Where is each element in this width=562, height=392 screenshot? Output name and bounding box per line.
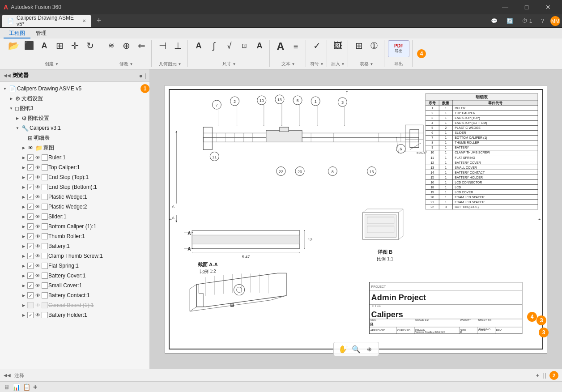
clipboard-icon[interactable]: 📋 (23, 383, 30, 391)
sheet3-item[interactable]: ▼ □ 图纸3 (0, 103, 149, 113)
end-stop-bottom-arrow[interactable]: ▶ (21, 184, 27, 190)
flat-spring-checkbox[interactable] (27, 263, 34, 269)
line-btn[interactable]: ⊣ (155, 40, 170, 51)
ruler-checkbox[interactable] (27, 154, 34, 161)
root-arrow[interactable]: ▼ (2, 85, 8, 92)
bottom-caliper-eye[interactable]: 👁 (34, 223, 41, 230)
clamp-screw-item[interactable]: ▶ 👁 Clamp Thumb Screw:1 (0, 251, 149, 261)
battery-checkbox[interactable] (27, 243, 34, 249)
arrow-btn[interactable]: ⇐ (134, 40, 149, 51)
small-cover-eye[interactable]: 👁 (34, 282, 41, 289)
export-pdf-btn[interactable]: PDF 导出 (388, 40, 409, 57)
thumb-roller-arrow[interactable]: ▶ (21, 233, 27, 239)
ruler-item[interactable]: ▶ 👁 Ruler:1 (0, 153, 149, 162)
collapse-icon[interactable]: ◀◀ (4, 73, 11, 78)
clamp-screw-checkbox[interactable] (27, 253, 34, 259)
battery-holder-item[interactable]: ▶ 👁 Battery Holder:1 (0, 310, 149, 320)
sidebar-content[interactable]: ▼ 📄 Calipers Drawing ASME v5 1 ▶ ⚙ 文档设置 … (0, 82, 149, 369)
box-btn[interactable]: ⊡ (237, 42, 251, 50)
minimize-button[interactable]: — (495, 0, 515, 14)
balloon-btn[interactable]: ① (367, 40, 381, 51)
zoom-fit-btn[interactable]: 🔍 (351, 344, 362, 354)
top-caliper-arrow[interactable]: ▶ (21, 164, 27, 170)
tab-close-button[interactable]: ✕ (82, 18, 86, 23)
help-button[interactable]: ? (538, 17, 547, 25)
slider-eye[interactable]: 👁 (34, 213, 41, 220)
end-stop-bottom-checkbox[interactable] (27, 184, 34, 190)
dim-text-btn[interactable]: A (192, 41, 206, 51)
sidebar-collapse-btn[interactable]: | (145, 72, 146, 79)
battery-holder-arrow[interactable]: ▶ (21, 312, 27, 318)
thumb-roller-item[interactable]: ▶ 👁 Thumb Roller:1 (0, 231, 149, 241)
sheet-settings-arrow[interactable]: ▶ (14, 115, 21, 121)
text-lines-btn[interactable]: ≡ (289, 42, 303, 51)
clamp-screw-eye[interactable]: 👁 (34, 253, 41, 259)
bottom-caliper-item[interactable]: ▶ 👁 Bottom Caliper (1):1 (0, 222, 149, 231)
checkmark2-btn[interactable]: ✓ (310, 40, 324, 51)
bottom-caliper-checkbox[interactable] (27, 223, 34, 230)
notes-input[interactable] (14, 373, 532, 378)
end-stop-bottom-item[interactable]: ▶ 👁 End Stop (Bottom):1 (0, 182, 149, 192)
sheet-btn[interactable]: ⬛ (22, 41, 36, 51)
flat-spring-eye[interactable]: 👁 (34, 263, 41, 269)
bom-item[interactable]: ▶ ⊞ 明细表 (0, 133, 149, 143)
document-tab[interactable]: 📄 Calipers Drawing ASME v5* ✕ (2, 15, 91, 27)
battery-eye[interactable]: 👁 (34, 243, 41, 249)
image-btn[interactable]: 🖼 (331, 40, 345, 51)
notes-add-btn[interactable]: + (536, 372, 540, 379)
maximize-button[interactable]: □ (516, 0, 537, 14)
small-cover-arrow[interactable]: ▶ (21, 282, 27, 289)
bottom-caliper-arrow[interactable]: ▶ (21, 223, 27, 230)
concut-board-checkbox[interactable] (27, 302, 34, 308)
ribbon-tab-engineering[interactable]: 工程图 (4, 28, 30, 38)
plastic-wedge2-arrow[interactable]: ▶ (21, 204, 27, 210)
zoom-in-btn[interactable]: ⊕ (364, 344, 375, 354)
close-button[interactable]: ✕ (538, 0, 558, 14)
sketch-btn[interactable]: ≋ (104, 41, 118, 50)
tree-root[interactable]: ▼ 📄 Calipers Drawing ASME v5 1 (0, 84, 149, 94)
plastic-wedge1-item[interactable]: ▶ 👁 Plastic Wedge:1 (0, 192, 149, 202)
concut-board-eye[interactable]: 👁 (34, 302, 41, 308)
ruler-eye[interactable]: 👁 (34, 154, 41, 161)
rotate-btn[interactable]: ↻ (83, 40, 97, 51)
battery-contact-arrow[interactable]: ▶ (21, 292, 27, 298)
add-icon[interactable]: + (33, 383, 37, 391)
notes-panel-collapse[interactable]: || (543, 372, 546, 379)
battery-arrow[interactable]: ▶ (21, 243, 27, 249)
text-large-btn[interactable]: A (273, 40, 288, 53)
sheet3-arrow[interactable]: ▼ (8, 105, 14, 111)
plastic-wedge2-item[interactable]: ▶ 👁 Plastic Wedge:2 (0, 202, 149, 212)
notification-badge[interactable]: 4 (417, 49, 426, 58)
battery-contact-item[interactable]: ▶ 👁 Battery Contact:1 (0, 290, 149, 300)
slider-checkbox[interactable] (27, 213, 34, 220)
grid-btn[interactable]: ⊞ (52, 40, 67, 51)
slider-item[interactable]: ▶ 👁 Slider:1 (0, 212, 149, 222)
battery-item[interactable]: ▶ 👁 Battery:1 (0, 241, 149, 251)
dim-arrow-btn[interactable]: ∫ (207, 40, 221, 51)
flat-spring-arrow[interactable]: ▶ (21, 263, 27, 269)
text-btn[interactable]: A (37, 41, 51, 51)
battery-holder-eye[interactable]: 👁 (34, 312, 41, 318)
battery-cover-arrow[interactable]: ▶ (21, 273, 27, 279)
slider-arrow[interactable]: ▶ (21, 213, 27, 220)
concut-board-arrow[interactable]: ▶ (21, 302, 27, 308)
pin-icon[interactable]: ● (139, 72, 142, 79)
checkmark-btn[interactable]: √ (222, 40, 236, 51)
screen-icon[interactable]: 🖥 (4, 383, 10, 391)
angle-btn[interactable]: ⊥ (170, 40, 185, 51)
small-cover-item[interactable]: ▶ 👁 Small Cover:1 (0, 281, 149, 290)
thumb-roller-eye[interactable]: 👁 (34, 233, 41, 239)
concut-board-item[interactable]: ▶ 👁 Concut Board (1):1 (0, 300, 149, 310)
font-btn[interactable]: A (252, 41, 267, 51)
flat-spring-item[interactable]: ▶ 👁 Flat Spring:1 (0, 261, 149, 271)
open-btn[interactable]: 📂 (6, 40, 21, 51)
end-stop-top-checkbox[interactable] (27, 174, 34, 180)
table-btn[interactable]: ⊞ (352, 40, 366, 51)
user-button[interactable]: MM (550, 16, 560, 26)
top-caliper-checkbox[interactable] (27, 164, 34, 170)
canvas-area[interactable]: 明细表 序号 数量 零件代号 11RULER (150, 69, 562, 369)
sheet-settings-item[interactable]: ▶ ⚙ 图纸设置 (0, 113, 149, 123)
battery-cover-eye[interactable]: 👁 (34, 273, 41, 279)
plastic-wedge2-eye[interactable]: 👁 (34, 204, 41, 210)
circle-cross-btn[interactable]: ⊕ (119, 40, 133, 51)
